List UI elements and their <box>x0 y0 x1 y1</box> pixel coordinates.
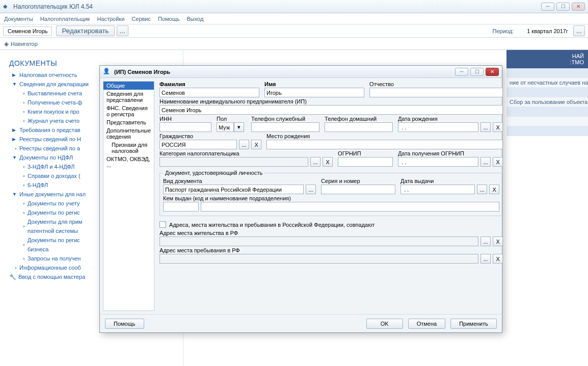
label-sex: Пол <box>217 116 246 122</box>
dialog-footer: Помощь OK Отмена Применить <box>100 314 502 332</box>
sex-input[interactable] <box>217 122 234 132</box>
right-header: НАЙ :ТМО <box>506 50 588 68</box>
addr-live-input[interactable] <box>159 237 478 246</box>
label-lastname: Фамилия <box>159 81 259 87</box>
label-workphone: Телефон служебный <box>251 116 319 122</box>
ogrnip-input[interactable] <box>338 157 393 167</box>
label-issuedate: Дата выдачи <box>400 178 499 184</box>
period-value: 1 квартал 2017г <box>524 27 571 35</box>
dialog-icon: 👤 <box>103 68 111 76</box>
category-clear-button[interactable]: X <box>323 157 333 167</box>
series-input[interactable] <box>321 185 395 194</box>
dialog-close-button[interactable]: ✕ <box>486 68 499 76</box>
menu-exit[interactable]: Выход <box>187 16 204 22</box>
right-list-row[interactable] <box>506 88 588 97</box>
issuedate-picker-button[interactable]: ... <box>477 185 487 194</box>
menu-documents[interactable]: Документы <box>4 16 33 22</box>
taxpayer-dialog: 👤 (ИП) Семенов Игорь ─ ☐ ✕ ОбщиеСведения… <box>99 65 502 333</box>
inn-input[interactable] <box>159 122 211 132</box>
section-list-item[interactable]: Дополнительные сведения <box>103 126 154 141</box>
label-middlename: Отчество <box>369 81 503 87</box>
section-list-item[interactable]: Представитель <box>103 118 154 126</box>
section-list-item[interactable]: ОКТМО, ОКВЭД, ... <box>103 155 154 169</box>
addresses-same-checkbox[interactable] <box>159 221 166 228</box>
issuedby-code-input[interactable] <box>163 202 199 212</box>
section-list-item[interactable]: Сведения для представлени <box>103 90 154 104</box>
doctype-input[interactable] <box>163 185 304 194</box>
navigator-bar[interactable]: ◈ Навигатор <box>0 38 588 50</box>
dialog-minimize-button[interactable]: ─ <box>455 68 468 76</box>
menu-settings[interactable]: Настройки <box>97 16 124 22</box>
label-ogrnip: ОГРНИП <box>338 150 393 156</box>
right-list-row[interactable] <box>506 126 588 136</box>
right-list-row[interactable]: Сбор за пользование объекта <box>506 97 588 107</box>
apply-button[interactable]: Применить <box>450 319 497 329</box>
more-button[interactable]: ... <box>117 25 128 36</box>
cancel-button[interactable]: Отмена <box>408 319 445 329</box>
maximize-button[interactable]: ☐ <box>556 3 570 11</box>
main-title-bar: ◆ Налогоплательщик ЮЛ 4.54 ─ ☐ ✕ <box>0 0 588 13</box>
right-list-row[interactable] <box>506 68 588 78</box>
dialog-section-list[interactable]: ОбщиеСведения для представлениФНС. Сведе… <box>103 81 154 311</box>
navigator-icon: ◈ <box>4 40 9 47</box>
label-series: Серия и номер <box>321 178 395 184</box>
citizenship-picker-button[interactable]: ... <box>239 140 249 149</box>
lastname-input[interactable] <box>159 88 259 97</box>
period-more-button[interactable]: ... <box>573 25 585 36</box>
addr-stay-picker-button[interactable]: ... <box>480 254 491 264</box>
section-list-item[interactable]: ФНС. Сведения о регистра <box>103 104 154 118</box>
sub-toolbar: Семенов Игорь Редактировать ... Период: … <box>0 24 588 38</box>
category-picker-button[interactable]: ... <box>310 157 320 167</box>
right-list-row[interactable] <box>506 117 588 126</box>
addr-stay-clear-button[interactable]: X <box>493 254 503 264</box>
middlename-input[interactable] <box>369 88 503 97</box>
issuedate-clear-button[interactable]: X <box>489 185 499 194</box>
dialog-title-bar: 👤 (ИП) Семенов Игорь ─ ☐ ✕ <box>100 66 502 78</box>
sex-dropdown-button[interactable]: ▾ <box>234 122 244 132</box>
issuedate-input[interactable] <box>400 185 475 194</box>
section-list-item[interactable]: Общие <box>103 82 154 90</box>
label-birthplace: Место рождения <box>266 133 503 139</box>
workphone-input[interactable] <box>251 122 319 132</box>
label-addr-live: Адрес места жительства в РФ <box>159 230 503 236</box>
right-list-row[interactable] <box>506 107 588 117</box>
help-button[interactable]: Помощь <box>105 319 144 329</box>
content-area: ДОКУМЕНТЫ ▶Налоговая отчетность▼Сведения… <box>0 50 588 366</box>
ogrnipdate-clear-button[interactable]: X <box>493 157 503 167</box>
minimize-button[interactable]: ─ <box>541 3 554 11</box>
addr-stay-input[interactable] <box>159 254 478 264</box>
category-input[interactable] <box>159 157 308 167</box>
ogrnipdate-input[interactable] <box>398 157 478 167</box>
firstname-input[interactable] <box>264 88 364 97</box>
main-window: ◆ Налогоплательщик ЮЛ 4.54 ─ ☐ ✕ Докумен… <box>0 0 588 366</box>
edit-button[interactable]: Редактировать <box>56 25 114 36</box>
menu-taxpayer[interactable]: Налогоплательщик <box>40 16 90 22</box>
label-inn: ИНН <box>159 116 211 122</box>
doctype-picker-button[interactable]: ... <box>306 185 316 194</box>
birthdate-picker-button[interactable]: ... <box>480 122 491 132</box>
navigator-label: Навигатор <box>11 41 38 47</box>
birthdate-input[interactable] <box>398 122 478 132</box>
addr-live-picker-button[interactable]: ... <box>480 237 491 246</box>
birthplace-input[interactable] <box>266 140 503 149</box>
citizenship-clear-button[interactable]: X <box>251 140 261 149</box>
label-citizenship: Гражданство <box>159 133 261 139</box>
close-button[interactable]: ✕ <box>572 3 585 11</box>
label-birthdate: Дата рождения <box>398 116 503 122</box>
menu-help[interactable]: Помощь <box>158 16 180 22</box>
dialog-title: (ИП) Семенов Игорь <box>114 69 455 75</box>
menu-service[interactable]: Сервис <box>131 16 151 22</box>
identity-document-legend: Документ, удостоверяющий личность <box>163 170 264 176</box>
section-list-item[interactable]: Признаки для налоговой <box>103 141 154 155</box>
addr-live-clear-button[interactable]: X <box>493 237 503 246</box>
homephone-input[interactable] <box>325 122 393 132</box>
ogrnipdate-picker-button[interactable]: ... <box>480 157 491 167</box>
right-list-row[interactable]: ние от несчастных случаев на <box>506 78 588 88</box>
dialog-maximize-button[interactable]: ☐ <box>470 68 484 76</box>
ok-button[interactable]: OK <box>366 319 403 329</box>
issuedby-name-input[interactable] <box>201 202 499 212</box>
label-addresses-same: Адреса, места жительства и пребывания в … <box>169 222 375 228</box>
citizenship-input[interactable] <box>159 140 237 149</box>
birthdate-clear-button[interactable]: X <box>493 122 503 132</box>
ipname-input[interactable] <box>159 105 503 115</box>
